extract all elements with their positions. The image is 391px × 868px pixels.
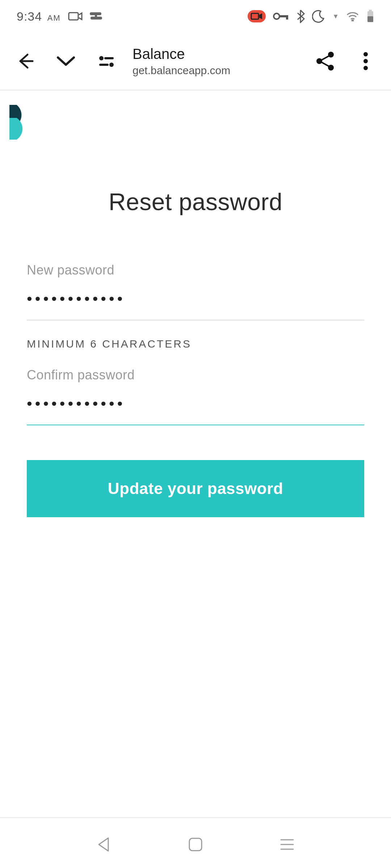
svg-rect-20 [189, 838, 202, 851]
vpn-key-icon [273, 12, 289, 21]
status-time-ampm: AM [47, 13, 61, 22]
wifi-icon [346, 11, 359, 21]
svg-rect-13 [99, 64, 109, 66]
settings-sliders-icon[interactable] [92, 47, 121, 76]
status-bar-left: 9:34 AM [17, 9, 102, 24]
svg-rect-5 [286, 15, 288, 20]
nav-recent-button[interactable] [276, 834, 298, 855]
do-not-disturb-icon [312, 10, 325, 23]
page-title: Balance [133, 46, 299, 62]
signal-dropdown-icon: ▼ [332, 13, 339, 20]
svg-point-12 [109, 63, 114, 67]
reset-password-form: New password MINIMUM 6 CHARACTERS Confir… [12, 263, 379, 517]
svg-point-18 [363, 59, 368, 63]
screen-record-icon [248, 10, 266, 22]
svg-rect-0 [69, 13, 78, 20]
bluetooth-icon [296, 9, 305, 23]
android-status-bar: 9:34 AM [0, 0, 391, 33]
svg-rect-11 [104, 57, 114, 59]
update-password-button[interactable]: Update your password [27, 460, 364, 517]
svg-point-10 [99, 56, 104, 60]
camera-icon [68, 11, 83, 21]
svg-point-17 [363, 52, 368, 56]
svg-point-3 [274, 13, 279, 19]
page-heading: Reset password [12, 188, 379, 216]
nav-back-button[interactable] [93, 834, 115, 855]
cast-icon [90, 11, 102, 22]
back-button[interactable] [11, 47, 40, 76]
nav-home-button[interactable] [185, 834, 206, 855]
more-button[interactable] [351, 47, 380, 76]
bottom-separator [0, 817, 391, 818]
svg-rect-1 [248, 10, 266, 22]
status-bar-right: ▼ [248, 9, 374, 23]
balance-logo [9, 105, 35, 141]
battery-icon [366, 10, 374, 23]
svg-point-19 [363, 66, 368, 70]
expand-button[interactable] [51, 47, 80, 76]
status-time: 9:34 AM [17, 9, 61, 24]
password-hint: MINIMUM 6 CHARACTERS [27, 338, 364, 350]
confirm-password-input[interactable] [27, 393, 364, 425]
android-navbar [0, 821, 391, 868]
new-password-input[interactable] [27, 288, 364, 320]
new-password-label: New password [27, 263, 364, 278]
address-title-block[interactable]: Balance get.balanceapp.com [133, 46, 299, 77]
svg-rect-9 [367, 16, 373, 22]
browser-appbar: Balance get.balanceapp.com [0, 33, 391, 90]
page-url: get.balanceapp.com [133, 64, 299, 77]
confirm-password-label: Confirm password [27, 367, 364, 383]
svg-rect-8 [369, 10, 372, 11]
share-button[interactable] [311, 47, 340, 76]
status-time-value: 9:34 [17, 9, 42, 23]
svg-point-15 [316, 58, 322, 64]
page-content: Reset password New password MINIMUM 6 CH… [0, 90, 391, 517]
svg-point-6 [352, 20, 353, 21]
